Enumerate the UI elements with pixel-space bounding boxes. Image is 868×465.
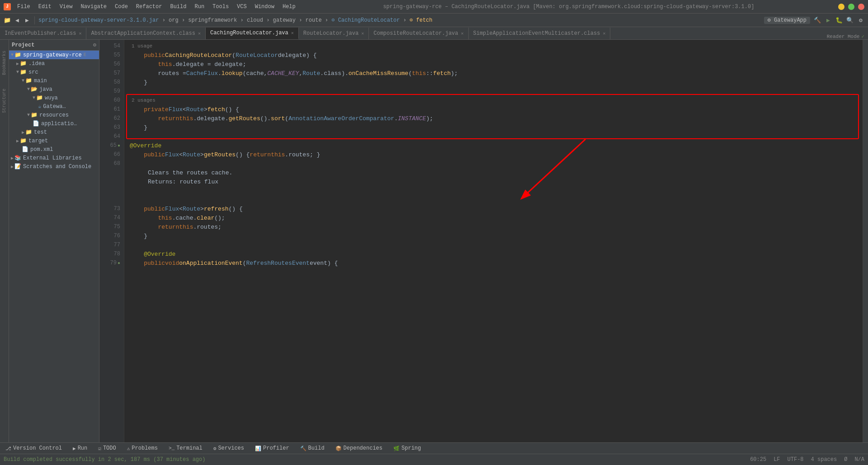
tree-item-src[interactable]: ▼ 📁 src xyxy=(9,68,99,76)
settings-icon[interactable]: ⚙ xyxy=(857,17,864,24)
search-icon[interactable]: 🔍 xyxy=(846,17,854,24)
indent-setting[interactable]: 4 spaces xyxy=(811,456,837,463)
folder-icon: 📁 xyxy=(25,77,32,84)
menu-view[interactable]: View xyxy=(56,3,76,11)
breadcrumb-cloud[interactable]: cloud xyxy=(247,17,263,23)
tab-abstract-app-context[interactable]: AbstractApplicationContext.class ✕ xyxy=(86,28,205,39)
menu-refactor[interactable]: Refactor xyxy=(132,3,166,11)
breadcrumb-jar[interactable]: spring-cloud-gateway-server-3.1.0.jar xyxy=(38,17,159,23)
line-55: 55 xyxy=(99,51,124,60)
project-icon[interactable]: 📁 xyxy=(4,17,11,24)
folder-icon: 📁 xyxy=(14,52,21,58)
scratches-icon: 📝 xyxy=(14,163,21,170)
menu-bar: File Edit View Navigate Code Refactor Bu… xyxy=(14,3,299,11)
services-btn[interactable]: ⚙ Services xyxy=(212,444,246,452)
tree-item-external-libs[interactable]: ▶ 📚 External Libraries xyxy=(9,154,99,162)
tab-simple-app-event-multicaster[interactable]: SimpleApplicationEventMulticaster.class … xyxy=(469,28,611,39)
debug-icon[interactable]: 🐛 xyxy=(835,17,843,24)
code-line-59 xyxy=(124,87,863,96)
menu-build[interactable]: Build xyxy=(166,3,190,11)
menu-file[interactable]: File xyxy=(14,3,34,11)
structure-label[interactable]: Structure xyxy=(2,89,7,113)
breadcrumb-class[interactable]: ⊙ CachingRouteLocator xyxy=(331,17,400,23)
tree-item-target[interactable]: ▶ 📁 target xyxy=(9,136,99,145)
tab-route-locator[interactable]: RouteLocator.java ✕ xyxy=(299,28,369,39)
menu-tools[interactable]: Tools xyxy=(209,3,232,11)
build-btn[interactable]: 🔨 Build xyxy=(298,444,326,452)
run-btn[interactable]: ▶ Run xyxy=(71,444,89,452)
tree-item-scratches[interactable]: ▶ 📝 Scratches and Console xyxy=(9,162,99,171)
terminal-btn[interactable]: >_ Terminal xyxy=(167,444,204,452)
tab-close[interactable]: ✕ xyxy=(79,31,81,36)
menu-help[interactable]: Help xyxy=(279,3,299,11)
bookmarks-label[interactable]: Bookmarks xyxy=(2,51,7,75)
line-ending[interactable]: LF xyxy=(774,456,780,463)
tree-label: pom.xml xyxy=(30,146,53,153)
breadcrumb-route[interactable]: route xyxy=(306,17,322,23)
breadcrumb-org[interactable]: org xyxy=(169,17,179,23)
breadcrumb-springframework[interactable]: springframework xyxy=(188,17,237,23)
code-line-68 xyxy=(124,159,863,168)
tree-item-project-root[interactable]: ▼ 📁 spring-gateway-rce E xyxy=(9,51,99,59)
status-left: Build completed successfully in 2 sec, 1… xyxy=(4,456,745,463)
tab-label: CompositeRouteLocator.java xyxy=(373,30,458,37)
readonly-indicator[interactable]: Ø xyxy=(844,456,847,463)
problems-btn[interactable]: ⚠ Problems xyxy=(125,444,160,452)
code-line-60: 2 usages xyxy=(124,96,863,105)
line-66: 66 xyxy=(99,150,124,159)
tab-caching-route-locator[interactable]: CachingRouteLocator.java ✕ xyxy=(206,28,299,39)
menu-run[interactable]: Run xyxy=(191,3,208,11)
breadcrumb-gateway[interactable]: gateway xyxy=(273,17,296,23)
line-71 xyxy=(99,186,124,195)
services-label: Services xyxy=(218,445,244,451)
code-editor[interactable]: 54 55 56 57 58 59 60 61 62 63 64 65 ● 66… xyxy=(99,40,868,442)
profiler-btn[interactable]: 📊 Profiler xyxy=(253,444,291,452)
xml-icon: 📄 xyxy=(33,120,39,127)
menu-code[interactable]: Code xyxy=(111,3,132,11)
dependencies-btn[interactable]: 📦 Dependencies xyxy=(334,444,384,452)
reader-mode-btn[interactable]: Reader Mode ✓ xyxy=(827,33,868,39)
menu-window[interactable]: Window xyxy=(251,3,278,11)
build-icon[interactable]: 🔨 xyxy=(814,17,821,24)
encoding[interactable]: UTF-8 xyxy=(788,456,804,463)
tree-item-idea[interactable]: ▶ 📁 .idea xyxy=(9,59,99,68)
maximize-button[interactable]: ☐ xyxy=(848,4,854,10)
tree-item-java[interactable]: ▼ 📂 java xyxy=(9,85,99,94)
sidebar-settings[interactable]: ⚙ xyxy=(93,42,96,48)
bottom-toolbar: ⎇ Version Control ▶ Run ☑ TODO ⚠ Problem… xyxy=(0,442,868,454)
menu-vcs[interactable]: VCS xyxy=(233,3,250,11)
tab-close[interactable]: ✕ xyxy=(291,30,294,36)
close-button[interactable]: ✕ xyxy=(858,4,864,10)
java-file-icon: ☕ xyxy=(38,103,41,110)
nav-back[interactable]: ◀ xyxy=(14,17,21,24)
version-control-btn[interactable]: ⎇ Version Control xyxy=(4,444,64,452)
dependencies-icon: 📦 xyxy=(335,446,342,451)
tree-item-application[interactable]: 📄 applicatio… xyxy=(9,119,99,128)
tab-composite-route-locator[interactable]: CompositeRouteLocator.java ✕ xyxy=(369,28,468,39)
tree-arrow: ▶ xyxy=(22,130,24,135)
tree-item-resources[interactable]: ▼ 📁 resources xyxy=(9,111,99,119)
cursor-position[interactable]: 60:25 xyxy=(750,456,766,463)
tree-item-wuya[interactable]: ▼ 📁 wuya xyxy=(9,94,99,102)
tree-item-test[interactable]: ▶ 📁 test xyxy=(9,128,99,136)
menu-navigate[interactable]: Navigate xyxy=(77,3,110,11)
tab-close[interactable]: ✕ xyxy=(603,31,605,36)
run-icon[interactable]: ▶ xyxy=(825,17,832,24)
tab-in-event-publisher[interactable]: InEventPublisher.class ✕ xyxy=(0,28,86,39)
tab-close[interactable]: ✕ xyxy=(361,31,364,36)
tree-item-pom[interactable]: 📄 pom.xml xyxy=(9,145,99,154)
code-content[interactable]: 1 usage public CachingRouteLocator ( Rou… xyxy=(124,40,863,442)
spring-btn[interactable]: 🌿 Spring xyxy=(392,444,423,452)
nav-forward[interactable]: ▶ xyxy=(24,17,31,24)
run-icon: ▶ xyxy=(73,446,76,451)
tree-item-gateway[interactable]: ☕ Gatewa… xyxy=(9,102,99,111)
run-config-icon[interactable]: ⚙ GatewayApp xyxy=(764,17,810,24)
tree-item-main[interactable]: ▼ 📁 main xyxy=(9,76,99,85)
todo-btn[interactable]: ☑ TODO xyxy=(96,444,118,452)
breadcrumb-method[interactable]: ⊙ fetch xyxy=(410,17,432,23)
tab-close[interactable]: ✕ xyxy=(198,31,201,36)
tab-close[interactable]: ✕ xyxy=(461,31,463,36)
menu-edit[interactable]: Edit xyxy=(35,3,55,11)
tree-suffix: E xyxy=(84,52,86,57)
minimize-button[interactable]: — xyxy=(838,4,844,10)
